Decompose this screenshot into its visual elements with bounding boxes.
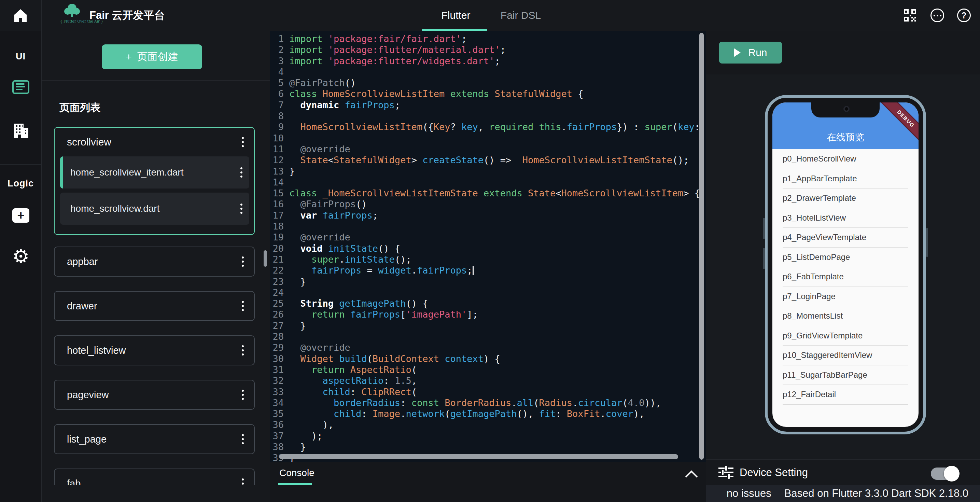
line-number: 24	[270, 287, 284, 298]
console-tab[interactable]: Console	[279, 467, 315, 478]
code-line: 26 return fairProps['imagePath'];	[270, 309, 706, 320]
page-group-header[interactable]: scrollview	[60, 128, 249, 156]
code-line: 13}	[270, 166, 706, 177]
code-line: 14	[270, 177, 706, 188]
page-file-item[interactable]: home_scrollview.dart	[60, 193, 249, 225]
code-line: 4	[270, 67, 706, 78]
line-number: 16	[270, 199, 284, 210]
page-card-list_page[interactable]: list_page	[54, 424, 255, 454]
code-line: 21 super.initState();	[270, 254, 706, 265]
logo-caption: { Flutter Over the Air }	[60, 19, 84, 23]
line-number: 34	[270, 397, 284, 408]
page-card-fab[interactable]: fab	[54, 469, 255, 485]
line-number: 14	[270, 177, 284, 188]
home-icon[interactable]	[13, 8, 28, 23]
add-logic-icon[interactable]: +	[12, 208, 29, 223]
preview-page-list: p0_HomeScrollViewp1_AppBarTemplatep2_Dra…	[772, 149, 918, 405]
line-number: 32	[270, 375, 284, 386]
code-line: 11 @override	[270, 144, 706, 155]
line-number: 35	[270, 408, 284, 419]
code-line: 22 fairProps = widget.fairProps;	[270, 265, 706, 276]
settings-gear-icon[interactable]: ⚙	[10, 246, 32, 267]
preview-page-item[interactable]: p5_ListDemoPage	[783, 248, 908, 268]
editor-horizontal-scrollbar[interactable]	[279, 454, 678, 459]
page-group-scrollview: scrollview home_scrollview_item.darthome…	[54, 127, 255, 235]
tool-rail: UI Logic + ⚙	[0, 31, 42, 502]
editor-vertical-scrollbar[interactable]	[699, 33, 704, 460]
page-card-drawer[interactable]: drawer	[54, 291, 255, 321]
more-options-icon[interactable]	[931, 8, 944, 22]
kebab-menu-icon[interactable]	[240, 387, 246, 402]
code-editor[interactable]: 1import 'package:fair/fair.dart';2import…	[270, 31, 706, 462]
code-line: 3import 'package:flutter/widgets.dart';	[270, 56, 706, 67]
preview-page-item[interactable]: p7_LoginPage	[783, 287, 908, 307]
preview-page-item[interactable]: p1_AppBarTemplate	[783, 169, 908, 189]
preview-page-item[interactable]: p12_FairDetail	[783, 385, 908, 405]
preview-page-item[interactable]: p4_PageViewTemplate	[783, 228, 908, 248]
line-number: 20	[270, 243, 284, 254]
code-line: 24	[270, 287, 706, 298]
preview-page-item[interactable]: p11_SugarTabBarPage	[783, 365, 908, 385]
page-card-label: appbar	[67, 256, 98, 268]
page-card-hotel_listview[interactable]: hotel_listview	[54, 335, 255, 365]
qr-code-icon[interactable]	[903, 8, 917, 22]
run-button[interactable]: Run	[719, 41, 782, 64]
line-number: 4	[270, 67, 284, 78]
toggle-thumb	[944, 466, 959, 481]
kebab-menu-icon[interactable]	[240, 343, 246, 357]
tab-flutter[interactable]: Flutter	[434, 0, 478, 30]
page-file-item[interactable]: home_scrollview_item.dart	[60, 156, 249, 188]
code-line: 18	[270, 221, 706, 232]
preview-page-item[interactable]: p3_HotelListView	[783, 208, 908, 228]
line-number: 11	[270, 144, 284, 155]
line-number: 10	[270, 133, 284, 144]
kebab-menu-icon[interactable]	[238, 165, 245, 180]
preview-page-item[interactable]: p9_GridViewTemplate	[783, 326, 908, 346]
code-line: 37 );	[270, 430, 706, 441]
page-card-label: fab	[67, 478, 81, 485]
line-number: 18	[270, 221, 284, 232]
phone-power-button	[926, 228, 928, 257]
page-file-label: home_scrollview.dart	[70, 203, 159, 214]
console-panel: Console	[270, 462, 706, 502]
preview-page-item[interactable]: p8_MomentsList	[783, 306, 908, 326]
line-number: 31	[270, 364, 284, 375]
code-line: 12 State<StatefulWidget> createState() =…	[270, 155, 706, 166]
line-number: 33	[270, 387, 284, 397]
tab-fair-dsl[interactable]: Fair DSL	[497, 0, 545, 30]
line-number: 7	[270, 100, 284, 111]
preview-page-item[interactable]: p2_DrawerTemplate	[783, 188, 908, 208]
line-number: 8	[270, 111, 284, 121]
page-card-appbar[interactable]: appbar	[54, 247, 255, 277]
code-line: 19 @override	[270, 232, 706, 243]
line-number: 15	[270, 188, 284, 199]
preview-page-item[interactable]: p0_HomeScrollView	[783, 149, 908, 169]
kebab-menu-icon[interactable]	[240, 432, 246, 446]
code-line: 10	[270, 133, 706, 144]
code-line: 35 child: Image.network(getImagePath(), …	[270, 408, 706, 419]
components-icon[interactable]	[11, 122, 30, 139]
kebab-menu-icon[interactable]	[240, 135, 246, 149]
status-bar: no issues Based on Flutter 3.3.0 Dart SD…	[706, 485, 980, 502]
fair-logo: { Flutter Over the Air }	[60, 3, 84, 28]
help-icon[interactable]: ?	[957, 8, 971, 22]
create-page-button[interactable]: + 页面创建	[102, 45, 202, 69]
code-line: 5@FairPatch()	[270, 78, 706, 88]
line-number: 23	[270, 276, 284, 287]
pages-scrollbar[interactable]	[264, 250, 267, 267]
status-sdk-version: Based on Flutter 3.3.0 Dart SDK 2.18.0	[784, 487, 968, 500]
kebab-menu-icon[interactable]	[240, 477, 246, 485]
code-line: 36 ),	[270, 419, 706, 430]
preview-page-item[interactable]: p10_StaggeredItemView	[783, 346, 908, 365]
preview-page-item[interactable]: p6_FabTemplate	[783, 267, 908, 287]
page-list-icon[interactable]	[12, 80, 29, 94]
collapse-chevron-icon[interactable]	[685, 470, 698, 483]
page-card-pageview[interactable]: pageview	[54, 380, 255, 410]
kebab-menu-icon[interactable]	[238, 201, 245, 216]
device-setting-toggle[interactable]	[931, 466, 959, 481]
panel-divider	[42, 80, 270, 81]
kebab-menu-icon[interactable]	[240, 299, 246, 313]
phone-camera	[843, 106, 850, 112]
page-card-label: hotel_listview	[67, 345, 126, 356]
kebab-menu-icon[interactable]	[240, 254, 246, 269]
